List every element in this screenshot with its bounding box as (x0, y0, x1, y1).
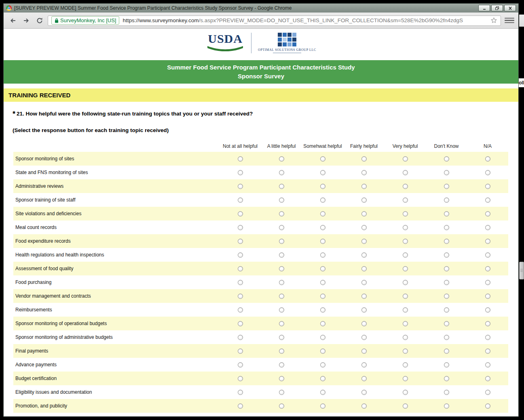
radio-button[interactable] (485, 335, 490, 340)
radio-button[interactable] (444, 390, 449, 395)
radio-button[interactable] (361, 280, 367, 285)
radio-button[interactable] (361, 321, 367, 326)
radio-button[interactable] (279, 321, 284, 326)
radio-button[interactable] (238, 376, 243, 381)
radio-button[interactable] (485, 266, 490, 271)
radio-button[interactable] (485, 376, 490, 381)
radio-button[interactable] (320, 294, 325, 299)
radio-button[interactable] (361, 349, 367, 354)
radio-button[interactable] (361, 335, 367, 340)
radio-button[interactable] (403, 184, 408, 189)
radio-button[interactable] (238, 156, 243, 162)
radio-button[interactable] (444, 307, 449, 313)
radio-button[interactable] (238, 197, 243, 203)
radio-button[interactable] (279, 280, 284, 285)
radio-button[interactable] (361, 294, 367, 299)
radio-button[interactable] (361, 211, 367, 216)
radio-button[interactable] (444, 349, 449, 354)
radio-button[interactable] (403, 335, 408, 340)
radio-button[interactable] (361, 197, 367, 203)
radio-button[interactable] (485, 197, 490, 203)
radio-button[interactable] (238, 211, 243, 216)
radio-button[interactable] (403, 197, 408, 203)
radio-button[interactable] (279, 239, 284, 244)
radio-button[interactable] (238, 239, 243, 244)
radio-button[interactable] (444, 321, 449, 326)
radio-button[interactable] (279, 225, 284, 230)
radio-button[interactable] (238, 225, 243, 230)
radio-button[interactable] (403, 403, 408, 409)
radio-button[interactable] (444, 362, 449, 368)
scrollbar-fragment[interactable]: oll (519, 78, 524, 87)
radio-button[interactable] (320, 390, 325, 395)
radio-button[interactable] (361, 266, 367, 271)
forward-button[interactable] (21, 15, 32, 26)
radio-button[interactable] (238, 266, 243, 271)
radio-button[interactable] (444, 403, 449, 409)
address-bar[interactable]: SurveyMonkey, Inc [US] https://www.surve… (48, 15, 501, 26)
radio-button[interactable] (238, 362, 243, 368)
radio-button[interactable] (361, 225, 367, 230)
radio-button[interactable] (279, 184, 284, 189)
radio-button[interactable] (238, 349, 243, 354)
radio-button[interactable] (238, 335, 243, 340)
radio-button[interactable] (403, 307, 408, 313)
radio-button[interactable] (238, 390, 243, 395)
radio-button[interactable] (444, 156, 449, 162)
radio-button[interactable] (320, 266, 325, 271)
radio-button[interactable] (238, 252, 243, 258)
radio-button[interactable] (485, 211, 490, 216)
radio-button[interactable] (485, 294, 490, 299)
radio-button[interactable] (238, 170, 243, 175)
radio-button[interactable] (238, 184, 243, 189)
radio-button[interactable] (320, 156, 325, 162)
radio-button[interactable] (485, 156, 490, 162)
radio-button[interactable] (403, 280, 408, 285)
radio-button[interactable] (444, 184, 449, 189)
menu-button[interactable] (505, 17, 514, 25)
radio-button[interactable] (320, 280, 325, 285)
radio-button[interactable] (279, 294, 284, 299)
radio-button[interactable] (403, 349, 408, 354)
radio-button[interactable] (403, 294, 408, 299)
titlebar[interactable]: [SURVEY PREVIEW MODE] Summer Food Servic… (4, 4, 518, 13)
radio-button[interactable] (279, 252, 284, 258)
radio-button[interactable] (279, 362, 284, 368)
radio-button[interactable] (279, 390, 284, 395)
security-badge[interactable]: SurveyMonkey, Inc [US] (51, 16, 119, 25)
radio-button[interactable] (485, 225, 490, 230)
radio-button[interactable] (485, 170, 490, 175)
radio-button[interactable] (320, 197, 325, 203)
radio-button[interactable] (279, 170, 284, 175)
radio-button[interactable] (403, 321, 408, 326)
radio-button[interactable] (485, 321, 490, 326)
radio-button[interactable] (279, 376, 284, 381)
radio-button[interactable] (485, 280, 490, 285)
radio-button[interactable] (238, 294, 243, 299)
radio-button[interactable] (320, 349, 325, 354)
radio-button[interactable] (361, 376, 367, 381)
radio-button[interactable] (361, 252, 367, 258)
radio-button[interactable] (361, 184, 367, 189)
radio-button[interactable] (403, 156, 408, 162)
bookmark-star-icon[interactable] (491, 17, 497, 23)
radio-button[interactable] (320, 362, 325, 368)
radio-button[interactable] (279, 403, 284, 409)
radio-button[interactable] (361, 362, 367, 368)
radio-button[interactable] (279, 266, 284, 271)
radio-button[interactable] (320, 252, 325, 258)
radio-button[interactable] (238, 307, 243, 313)
radio-button[interactable] (485, 307, 490, 313)
radio-button[interactable] (320, 225, 325, 230)
radio-button[interactable] (485, 362, 490, 368)
back-button[interactable] (8, 15, 18, 26)
scrollbar-thumb[interactable] (519, 262, 524, 279)
radio-button[interactable] (444, 335, 449, 340)
radio-button[interactable] (361, 390, 367, 395)
radio-button[interactable] (238, 403, 243, 409)
restore-button[interactable] (491, 5, 503, 11)
radio-button[interactable] (485, 403, 490, 409)
radio-button[interactable] (320, 170, 325, 175)
radio-button[interactable] (444, 211, 449, 216)
minimize-button[interactable] (478, 5, 490, 11)
